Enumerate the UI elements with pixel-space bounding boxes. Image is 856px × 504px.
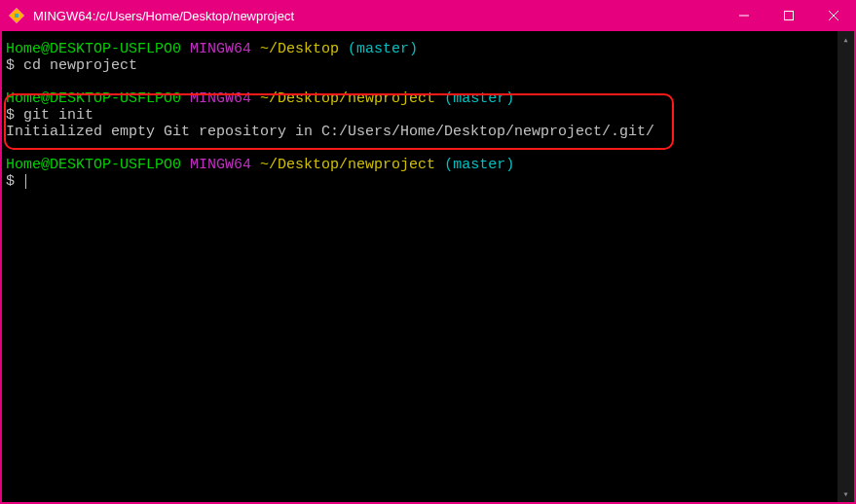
scroll-up-button[interactable]: ▴ xyxy=(837,31,854,48)
window-title: MINGW64:/c/Users/Home/Desktop/newproject xyxy=(33,9,722,23)
terminal-window: MINGW64:/c/Users/Home/Desktop/newproject… xyxy=(0,0,856,504)
terminal-output[interactable]: Home@DESKTOP-USFLPO0 MINGW64 ~/Desktop (… xyxy=(2,31,837,502)
maximize-button[interactable] xyxy=(766,0,811,31)
svg-rect-4 xyxy=(785,12,794,20)
close-button[interactable] xyxy=(811,0,856,31)
terminal-area: Home@DESKTOP-USFLPO0 MINGW64 ~/Desktop (… xyxy=(2,31,854,502)
scroll-down-button[interactable]: ▾ xyxy=(837,486,854,502)
app-icon xyxy=(8,7,25,24)
minimize-button[interactable] xyxy=(722,0,766,31)
titlebar[interactable]: MINGW64:/c/Users/Home/Desktop/newproject xyxy=(0,0,856,31)
scrollbar[interactable]: ▴ ▾ xyxy=(837,31,854,502)
svg-rect-2 xyxy=(15,14,19,18)
window-controls xyxy=(722,0,856,31)
